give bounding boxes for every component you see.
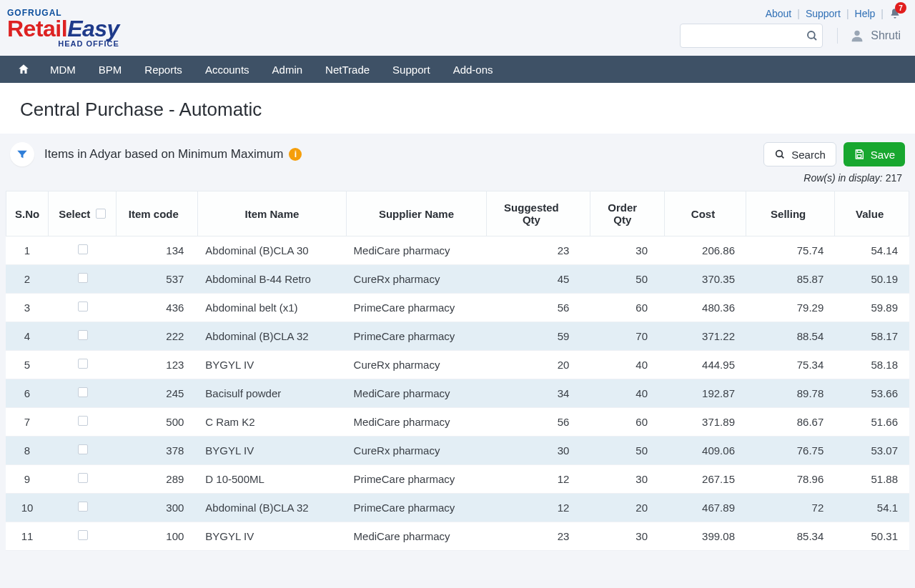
cell-select — [49, 351, 117, 379]
table-row[interactable]: 11100BYGYL IVMediCare pharmacy2330399.08… — [6, 522, 909, 551]
global-search-input[interactable] — [680, 24, 823, 48]
header-suggested: Suggested Qty — [487, 191, 590, 236]
header-value: Value — [835, 191, 909, 236]
search-icon — [806, 29, 818, 42]
filter-button[interactable] — [10, 142, 34, 166]
cell-sno: 9 — [6, 465, 49, 494]
nav-accounts[interactable]: Accounts — [194, 56, 261, 83]
row-checkbox[interactable] — [78, 502, 88, 512]
cell-value: 51.88 — [835, 465, 909, 494]
cell-sno: 8 — [6, 437, 49, 465]
cell-supplier: CureRx pharmacy — [347, 437, 488, 465]
cell-selling: 75.34 — [746, 351, 835, 379]
nav-reports[interactable]: Reports — [133, 56, 194, 83]
cell-code: 134 — [117, 236, 198, 265]
row-checkbox[interactable] — [78, 359, 88, 369]
table-row[interactable]: 6245Bacisulf powderMediCare pharmacy3440… — [6, 379, 909, 408]
table-row[interactable]: 7500C Ram K2MediCare pharmacy5660371.898… — [6, 408, 909, 437]
cell-supplier: CureRx pharmacy — [347, 351, 488, 379]
cell-cost: 267.15 — [665, 465, 746, 494]
row-checkbox[interactable] — [78, 444, 88, 454]
filter-summary: Items in Adyar based on Minimum Maximum … — [44, 147, 302, 161]
filter-summary-text: Items in Adyar based on Minimum Maximum — [44, 147, 283, 161]
app-header: GOFRUGAL RetailEasy HEAD OFFICE About | … — [0, 0, 915, 56]
cell-sno: 2 — [6, 265, 49, 294]
header-top-links: About | Support | Help | 7 — [766, 8, 901, 19]
table-row[interactable]: 3436Abdominal belt (x1)PrimeCare pharmac… — [6, 294, 909, 322]
cell-code: 378 — [117, 437, 198, 465]
cell-value: 50.19 — [835, 265, 909, 294]
cell-order: 50 — [590, 437, 665, 465]
table-row[interactable]: 8378BYGYL IVCureRx pharmacy3050409.0676.… — [6, 437, 909, 465]
cell-select — [49, 408, 117, 437]
logo-retaileasy: RetailEasy — [7, 17, 119, 40]
cell-order: 60 — [590, 294, 665, 322]
cell-order: 50 — [590, 265, 665, 294]
cell-sno: 5 — [6, 351, 49, 379]
cell-suggested: 30 — [487, 437, 590, 465]
cell-cost: 206.86 — [665, 236, 746, 265]
row-checkbox[interactable] — [78, 530, 88, 540]
global-search-button[interactable] — [806, 29, 818, 42]
cell-name: Abdominal (B)CLA 32 — [198, 494, 346, 522]
nav-addons[interactable]: Add-ons — [442, 56, 505, 83]
row-checkbox[interactable] — [78, 416, 88, 426]
nav-support[interactable]: Support — [381, 56, 442, 83]
cell-cost: 409.06 — [665, 437, 746, 465]
cell-cost: 444.95 — [665, 351, 746, 379]
nav-mdm[interactable]: MDM — [39, 56, 87, 83]
cell-suggested: 56 — [487, 294, 590, 322]
cell-selling: 85.87 — [746, 265, 835, 294]
cell-name: Abdominal (B)CLA 30 — [198, 236, 346, 265]
svg-rect-6 — [857, 155, 861, 158]
table-row[interactable]: 9289D 10-500MLPrimeCare pharmacy1230267.… — [6, 465, 909, 494]
help-link[interactable]: Help — [855, 8, 876, 19]
filter-right: Search Save — [763, 142, 905, 166]
cell-cost: 370.35 — [665, 265, 746, 294]
header-second-row: Shruti — [680, 24, 901, 48]
select-all-checkbox[interactable] — [96, 209, 106, 219]
cell-cost: 192.87 — [665, 379, 746, 408]
cell-code: 100 — [117, 522, 198, 551]
search-button[interactable]: Search — [763, 142, 836, 166]
row-checkbox[interactable] — [78, 330, 88, 340]
table-row[interactable]: 2537Abdominal B-44 RetroCureRx pharmacy4… — [6, 265, 909, 294]
cell-select — [49, 236, 117, 265]
row-checkbox[interactable] — [78, 244, 88, 254]
cell-value: 50.31 — [835, 522, 909, 551]
row-checkbox[interactable] — [78, 302, 88, 312]
cell-order: 70 — [590, 322, 665, 351]
cell-name: Abdominal (B)CLA 32 — [198, 322, 346, 351]
row-checkbox[interactable] — [78, 387, 88, 397]
nav-admin[interactable]: Admin — [261, 56, 315, 83]
cell-selling: 88.54 — [746, 322, 835, 351]
app-logo: GOFRUGAL RetailEasy HEAD OFFICE — [7, 9, 119, 48]
user-menu[interactable]: Shruti — [837, 28, 901, 44]
notifications-button[interactable]: 7 — [889, 8, 901, 19]
cell-cost: 467.89 — [665, 494, 746, 522]
cell-name: D 10-500ML — [198, 465, 346, 494]
about-link[interactable]: About — [766, 8, 792, 19]
header-cost: Cost — [665, 191, 746, 236]
cell-code: 300 — [117, 494, 198, 522]
table-row[interactable]: 4222Abdominal (B)CLA 32PrimeCare pharmac… — [6, 322, 909, 351]
nav-bpm[interactable]: BPM — [87, 56, 134, 83]
save-button[interactable]: Save — [844, 142, 905, 166]
cell-code: 289 — [117, 465, 198, 494]
header-name: Item Name — [198, 191, 346, 236]
row-checkbox[interactable] — [78, 273, 88, 283]
table-row[interactable]: 5123BYGYL IVCureRx pharmacy2040444.9575.… — [6, 351, 909, 379]
nav-home[interactable] — [9, 63, 39, 76]
table-row[interactable]: 1134Abdominal (B)CLA 30MediCare pharmacy… — [6, 236, 909, 265]
search-button-label: Search — [791, 149, 826, 161]
info-icon[interactable]: i — [289, 148, 302, 161]
nav-nettrade[interactable]: NetTrade — [314, 56, 381, 83]
global-search — [680, 24, 823, 48]
cell-name: BYGYL IV — [198, 522, 346, 551]
header-select: Select — [49, 191, 117, 236]
support-link[interactable]: Support — [806, 8, 841, 19]
row-checkbox[interactable] — [78, 473, 88, 483]
cell-value: 54.1 — [835, 494, 909, 522]
table-row[interactable]: 10300Abdominal (B)CLA 32PrimeCare pharma… — [6, 494, 909, 522]
filter-left: Items in Adyar based on Minimum Maximum … — [10, 142, 302, 166]
